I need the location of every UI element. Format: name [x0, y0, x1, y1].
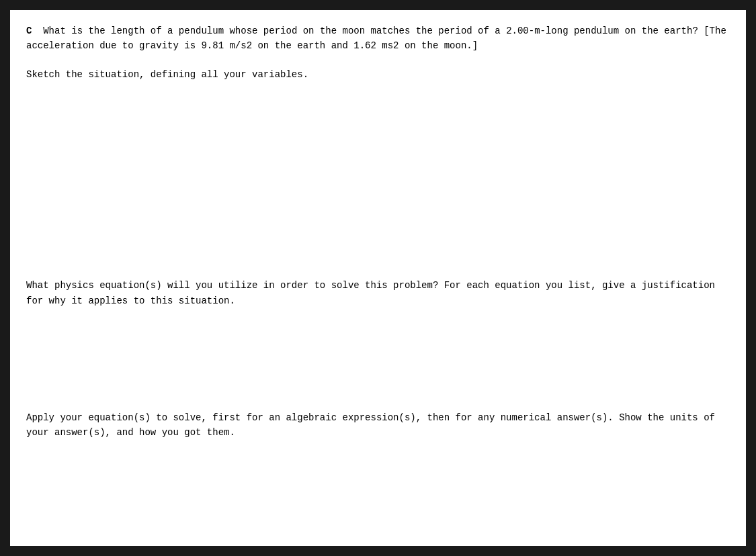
- prompt-section-2: What physics equation(s) will you utiliz…: [26, 278, 730, 308]
- page-container: C What is the length of a pendulum whose…: [10, 10, 746, 546]
- prompt-section-3: Apply your equation(s) to solve, first f…: [26, 410, 730, 441]
- question-block: C What is the length of a pendulum whose…: [26, 24, 730, 54]
- prompt-text-2: What physics equation(s) will you utiliz…: [26, 278, 730, 308]
- prompt-text-3: Apply your equation(s) to solve, first f…: [26, 410, 730, 441]
- prompt-section-1: Sketch the situation, defining all your …: [26, 67, 730, 82]
- answer-area-3[interactable]: [26, 451, 730, 532]
- question-label: C: [26, 26, 32, 36]
- question-text: What is the length of a pendulum whose p…: [26, 26, 726, 51]
- answer-area-1[interactable]: [26, 93, 730, 267]
- answer-area-2[interactable]: [26, 319, 730, 400]
- prompt-text-1: Sketch the situation, defining all your …: [26, 67, 730, 82]
